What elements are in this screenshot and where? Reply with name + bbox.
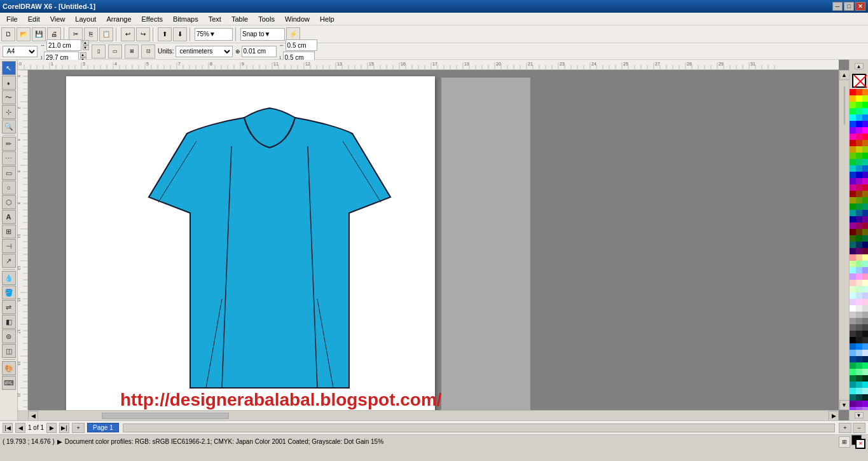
palette-down[interactable]: ▼ (855, 412, 864, 418)
select-tool[interactable]: ↖ (2, 61, 16, 75)
color-cell[interactable] (862, 350, 868, 356)
color-cell[interactable] (850, 203, 856, 210)
width-down[interactable]: ▼ (83, 45, 89, 50)
color-cell[interactable] (856, 388, 862, 394)
menu-view[interactable]: View (45, 14, 71, 24)
color-cell[interactable] (856, 305, 862, 312)
color-cell[interactable] (856, 191, 862, 197)
color-cell[interactable] (862, 235, 868, 242)
color-cell[interactable] (856, 210, 862, 216)
color-cell[interactable] (856, 292, 862, 299)
color-cell[interactable] (850, 197, 856, 203)
color-cell[interactable] (850, 337, 856, 343)
current-page-button[interactable]: ⊡ (141, 45, 155, 58)
tshirt-svg[interactable] (123, 95, 416, 410)
color-cell[interactable] (856, 267, 862, 273)
color-cell[interactable] (856, 140, 862, 146)
color-cell[interactable] (862, 343, 868, 350)
vscroll-up[interactable]: ▲ (839, 70, 850, 80)
color-cell[interactable] (862, 95, 868, 102)
color-cell[interactable] (850, 362, 856, 369)
color-cell[interactable] (850, 261, 856, 267)
color-cell[interactable] (850, 292, 856, 299)
last-page-button[interactable]: ▶| (59, 423, 69, 433)
color-cell[interactable] (862, 197, 868, 203)
color-cell[interactable] (862, 273, 868, 280)
color-cell[interactable] (856, 299, 862, 305)
color-cell[interactable] (850, 127, 856, 134)
rectangle-tool[interactable]: ▭ (2, 166, 16, 180)
import-button[interactable]: ⬆ (158, 27, 172, 41)
color-cell[interactable] (850, 382, 856, 388)
color-cell[interactable] (850, 242, 856, 248)
color-cell[interactable] (850, 331, 856, 337)
color-cell[interactable] (862, 305, 868, 312)
color-cell[interactable] (856, 261, 862, 267)
color-cell[interactable] (856, 172, 862, 178)
fill-tool[interactable]: 🪣 (2, 286, 16, 299)
menu-bitmaps[interactable]: Bitmaps (168, 14, 203, 24)
menu-effects[interactable]: Effects (137, 14, 168, 24)
undo-button[interactable]: ↩ (121, 27, 135, 41)
color-cell[interactable] (862, 134, 868, 140)
color-cell[interactable] (862, 299, 868, 305)
color-cell[interactable] (856, 223, 862, 229)
color-cell[interactable] (856, 254, 862, 261)
smear-tool[interactable]: 〜 (2, 90, 16, 104)
color-cell[interactable] (862, 153, 868, 159)
color-cell[interactable] (856, 356, 862, 362)
color-cell[interactable] (850, 280, 856, 286)
color-cell[interactable] (856, 401, 862, 407)
color-cell[interactable] (850, 114, 856, 121)
eyedropper-tool[interactable]: 🎨 (2, 361, 16, 375)
contour-tool[interactable]: ⊚ (2, 329, 16, 343)
color-cell[interactable] (850, 102, 856, 108)
color-cell[interactable] (862, 223, 868, 229)
color-cell[interactable] (850, 273, 856, 280)
color-cell[interactable] (856, 89, 862, 95)
color-cell[interactable] (850, 388, 856, 394)
color-cell[interactable] (850, 324, 856, 331)
color-cell[interactable] (850, 305, 856, 312)
titlebar-controls[interactable]: ─ □ ✕ (832, 2, 865, 11)
color-cell[interactable] (856, 248, 862, 254)
color-cell[interactable] (862, 127, 868, 134)
blend-tool[interactable]: ⇌ (2, 300, 16, 314)
connector-tool[interactable]: ↗ (2, 254, 16, 268)
menu-file[interactable]: File (1, 14, 23, 24)
page-tab[interactable]: Page 1 (87, 423, 119, 432)
color-cell[interactable] (850, 235, 856, 242)
freehand-tool[interactable]: ✏ (2, 137, 16, 151)
color-cell[interactable] (862, 229, 868, 235)
color-cell[interactable] (862, 254, 868, 261)
width-up[interactable]: ▲ (83, 40, 89, 45)
color-cell[interactable] (862, 401, 868, 407)
palette-up[interactable]: ▲ (855, 63, 864, 69)
color-cell[interactable] (862, 388, 868, 394)
outline-tool[interactable]: ⌨ (2, 376, 16, 390)
snap-to-grid-button[interactable]: ⊞ (839, 436, 850, 448)
shadow-tool[interactable]: ◫ (2, 344, 16, 358)
color-cell[interactable] (856, 108, 862, 114)
color-cell[interactable] (856, 159, 862, 165)
color-cell[interactable] (862, 108, 868, 114)
color-cell[interactable] (862, 172, 868, 178)
color-cell[interactable] (862, 382, 868, 388)
text-tool[interactable]: A (2, 210, 16, 224)
color-cell[interactable] (850, 165, 856, 172)
color-cell[interactable] (850, 350, 856, 356)
redo-button[interactable]: ↪ (136, 27, 150, 41)
color-cell[interactable] (862, 165, 868, 172)
color-cell[interactable] (862, 140, 868, 146)
color-cell[interactable] (856, 197, 862, 203)
color-cell[interactable] (856, 114, 862, 121)
color-cell[interactable] (862, 242, 868, 248)
color-cell[interactable] (862, 121, 868, 127)
menu-help[interactable]: Help (315, 14, 340, 24)
maximize-button[interactable]: □ (844, 2, 854, 11)
color-cell[interactable] (862, 375, 868, 382)
color-cell[interactable] (856, 127, 862, 134)
color-cell[interactable] (856, 216, 862, 223)
color-cell[interactable] (850, 108, 856, 114)
portrait-button[interactable]: ▯ (92, 45, 106, 58)
